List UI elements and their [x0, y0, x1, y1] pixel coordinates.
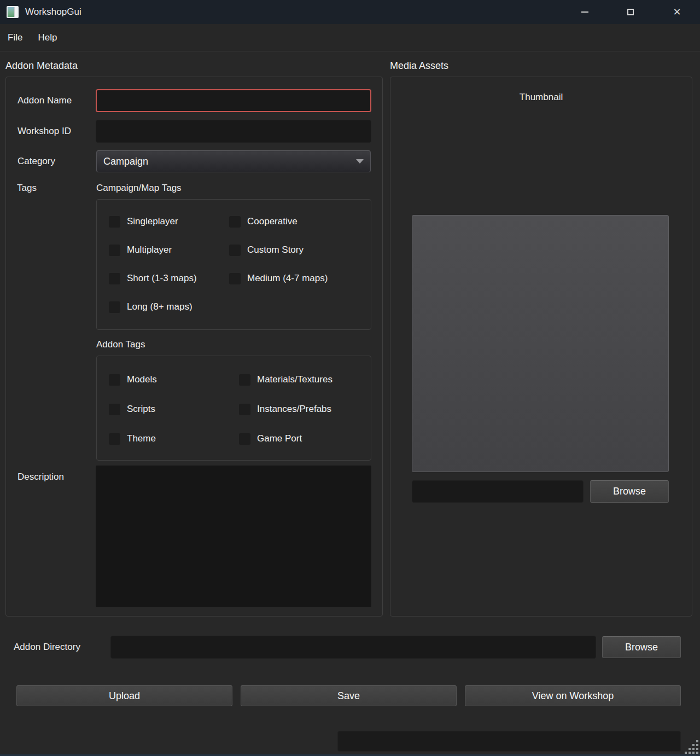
category-label: Category	[18, 150, 55, 172]
description-label: Description	[18, 470, 64, 484]
addon-directory-browse-button[interactable]: Browse	[602, 636, 681, 658]
close-icon: ✕	[673, 7, 681, 17]
addon-tags-title: Addon Tags	[96, 338, 145, 351]
checkbox-label-multiplayer: Multiplayer	[127, 245, 172, 255]
addon-tags-group: Models Materials/Textures Scripts Instan…	[96, 356, 371, 461]
tags-label: Tags	[17, 182, 37, 195]
checkbox-item-instances-prefabs[interactable]: Instances/Prefabs	[239, 394, 371, 424]
minimize-icon	[581, 11, 588, 13]
checkbox-item-short[interactable]: Short (1-3 maps)	[109, 264, 229, 293]
close-button[interactable]: ✕	[664, 0, 690, 24]
thumbnail-label: Thumbnail	[390, 91, 692, 104]
workshop-id-label: Workshop ID	[18, 120, 71, 143]
menu-file[interactable]: File	[0, 24, 30, 51]
checkbox-short[interactable]	[109, 273, 120, 284]
checkbox-label-medium: Medium (4-7 maps)	[247, 273, 328, 284]
checkbox-multiplayer[interactable]	[109, 245, 120, 256]
thumbnail-path-input[interactable]	[412, 480, 584, 503]
checkbox-label-custom-story: Custom Story	[247, 245, 304, 255]
checkbox-item-scripts[interactable]: Scripts	[109, 394, 239, 424]
dropdown-arrow-icon	[356, 159, 364, 164]
checkbox-item-models[interactable]: Models	[109, 365, 239, 394]
resize-grip-dots	[696, 752, 698, 754]
checkbox-instances-prefabs[interactable]	[239, 404, 250, 415]
checkbox-item-game-port[interactable]: Game Port	[239, 424, 371, 453]
category-selected-value: Campaign	[103, 156, 356, 167]
menu-bar: File Help	[0, 24, 700, 51]
description-textarea[interactable]	[96, 466, 371, 607]
app-icon-strip	[14, 7, 18, 17]
checkbox-item-singleplayer[interactable]: Singleplayer	[109, 207, 229, 236]
checkbox-item-long[interactable]: Long (8+ maps)	[109, 293, 229, 321]
checkbox-label-game-port: Game Port	[257, 433, 302, 444]
title-bar: WorkshopGui ✕	[0, 0, 700, 24]
checkbox-item-cooperative[interactable]: Cooperative	[229, 207, 371, 236]
addon-name-input[interactable]	[96, 89, 371, 112]
checkbox-singleplayer[interactable]	[109, 216, 120, 228]
addon-name-label: Addon Name	[18, 89, 72, 112]
checkbox-label-theme: Theme	[127, 433, 156, 444]
checkbox-label-models: Models	[127, 374, 157, 385]
upload-button[interactable]: Upload	[16, 685, 232, 706]
checkbox-item-materials-textures[interactable]: Materials/Textures	[239, 365, 371, 394]
checkbox-item-theme[interactable]: Theme	[109, 424, 239, 453]
workshop-id-input[interactable]	[96, 120, 371, 143]
category-select[interactable]: Campaign	[96, 150, 371, 172]
checkbox-label-cooperative: Cooperative	[247, 216, 298, 227]
campaign-map-tags-group: Singleplayer Cooperative Multiplayer Cus…	[96, 199, 371, 330]
checkbox-models[interactable]	[109, 374, 120, 386]
checkbox-label-materials-textures: Materials/Textures	[257, 374, 332, 385]
checkbox-custom-story[interactable]	[229, 245, 241, 256]
maximize-icon	[627, 9, 634, 15]
thumbnail-preview	[412, 215, 669, 472]
minimize-button[interactable]	[572, 0, 597, 24]
menu-help[interactable]: Help	[30, 24, 65, 51]
checkbox-game-port[interactable]	[239, 433, 250, 445]
app-icon	[7, 6, 19, 18]
checkbox-materials-textures[interactable]	[239, 374, 250, 386]
checkbox-item-custom-story[interactable]: Custom Story	[229, 236, 371, 264]
checkbox-cooperative[interactable]	[229, 216, 241, 228]
window-title: WorkshopGui	[25, 0, 81, 24]
view-on-workshop-button[interactable]: View on Workshop	[465, 685, 681, 706]
checkbox-item-medium[interactable]: Medium (4-7 maps)	[229, 264, 371, 293]
maximize-button[interactable]	[618, 0, 643, 24]
checkbox-theme[interactable]	[109, 433, 120, 445]
addon-directory-input[interactable]	[110, 636, 596, 659]
addon-directory-label: Addon Directory	[14, 636, 80, 659]
checkbox-label-instances-prefabs: Instances/Prefabs	[257, 404, 331, 415]
checkbox-label-long: Long (8+ maps)	[127, 301, 192, 312]
checkbox-label-singleplayer: Singleplayer	[127, 216, 178, 227]
checkbox-medium[interactable]	[229, 273, 241, 284]
resize-grip-icon[interactable]	[684, 740, 698, 754]
media-assets-title: Media Assets	[390, 60, 448, 72]
checkbox-label-scripts: Scripts	[127, 404, 155, 415]
status-box[interactable]	[337, 731, 681, 752]
checkbox-scripts[interactable]	[109, 404, 120, 415]
checkbox-long[interactable]	[109, 301, 120, 313]
save-button[interactable]: Save	[241, 685, 457, 706]
checkbox-item-multiplayer[interactable]: Multiplayer	[109, 236, 229, 264]
addon-metadata-title: Addon Metadata	[5, 60, 78, 72]
app-icon-image	[8, 7, 14, 17]
thumbnail-browse-button[interactable]: Browse	[590, 480, 669, 503]
campaign-map-tags-title: Campaign/Map Tags	[96, 182, 182, 195]
checkbox-label-short: Short (1-3 maps)	[127, 273, 197, 284]
